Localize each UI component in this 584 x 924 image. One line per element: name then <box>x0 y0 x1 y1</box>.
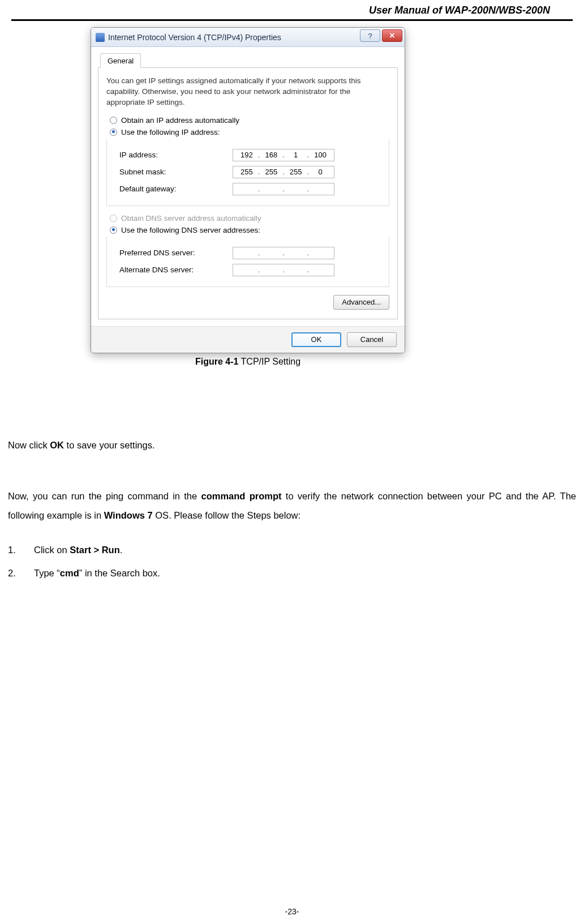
figure-text: TCP/IP Setting <box>238 357 300 366</box>
text: Now, you can run the ping command in the <box>8 491 201 501</box>
subnet-mask-label: Subnet mask: <box>119 168 233 176</box>
page-header-title: User Manual of WAP-200N/WBS-200N <box>369 5 550 16</box>
cancel-button[interactable]: Cancel <box>347 332 397 347</box>
radio-use-following-ip[interactable]: Use the following IP address: <box>110 128 389 136</box>
radio-icon <box>110 117 117 124</box>
bold-text: command prompt <box>201 491 282 501</box>
tab-content: You can get IP settings assigned automat… <box>98 68 398 319</box>
radio-use-following-dns[interactable]: Use the following DNS server addresses: <box>110 226 389 234</box>
text: Now click <box>8 440 50 450</box>
default-gateway-input[interactable]: . . . <box>233 183 334 195</box>
radio-label: Use the following IP address: <box>121 128 220 136</box>
ip-seg: 255 <box>238 168 255 176</box>
paragraph-ping: Now, you can run the ping command in the… <box>8 487 576 525</box>
header-rule <box>11 19 573 21</box>
bold-text: Windows 7 <box>104 510 153 520</box>
dialog-title: Internet Protocol Version 4 (TCP/IPv4) P… <box>108 33 281 42</box>
dialog-figure: Internet Protocol Version 4 (TCP/IPv4) P… <box>91 27 405 367</box>
step-number: 1. <box>8 545 34 555</box>
tab-strip: General <box>98 53 398 68</box>
step-1: 1. Click on Start > Run. <box>8 545 576 555</box>
default-gateway-label: Default gateway: <box>119 185 233 193</box>
ok-button[interactable]: OK <box>291 332 341 347</box>
radio-icon <box>110 226 117 234</box>
text: ” in the Search box. <box>79 568 160 578</box>
ip-seg: 255 <box>287 168 304 176</box>
ip-seg: 1 <box>287 151 304 159</box>
text: . <box>120 545 123 555</box>
alternate-dns-label: Alternate DNS server: <box>119 266 233 274</box>
dns-group: Preferred DNS server: . . . Alternate DN… <box>106 237 389 287</box>
description-text: You can get IP settings assigned automat… <box>106 76 389 108</box>
ip-seg: 100 <box>312 151 329 159</box>
figure-number: Figure 4-1 <box>195 357 238 366</box>
ip-address-label: IP address: <box>119 151 233 159</box>
radio-label: Obtain DNS server address automatically <box>121 214 261 223</box>
radio-label: Use the following DNS server addresses: <box>121 226 260 234</box>
preferred-dns-input[interactable]: . . . <box>233 247 334 259</box>
bold-text: OK <box>50 440 64 450</box>
ip-seg: 168 <box>263 151 280 159</box>
advanced-button[interactable]: Advanced... <box>333 295 389 310</box>
text: Click on <box>34 545 70 555</box>
steps-list: 1. Click on Start > Run. 2. Type “cmd” i… <box>8 545 576 591</box>
dialog-titlebar: Internet Protocol Version 4 (TCP/IPv4) P… <box>91 28 405 47</box>
step-number: 2. <box>8 568 34 579</box>
ip-seg: 0 <box>312 168 329 176</box>
preferred-dns-label: Preferred DNS server: <box>119 249 233 257</box>
radio-obtain-dns-auto: Obtain DNS server address automatically <box>110 214 389 223</box>
figure-caption: Figure 4-1 TCP/IP Setting <box>91 357 405 367</box>
network-icon <box>96 33 105 42</box>
bold-text: Start > Run <box>70 545 119 555</box>
radio-obtain-ip-auto[interactable]: Obtain an IP address automatically <box>110 116 389 125</box>
tcpip-properties-dialog: Internet Protocol Version 4 (TCP/IPv4) P… <box>91 27 405 353</box>
step-2: 2. Type “cmd” in the Search box. <box>8 568 576 579</box>
dialog-footer: OK Cancel <box>91 326 405 353</box>
tab-general[interactable]: General <box>100 53 141 68</box>
text: to save your settings. <box>64 440 155 450</box>
ip-seg: 192 <box>238 151 255 159</box>
alternate-dns-input[interactable]: . . . <box>233 264 334 276</box>
page-number: -23- <box>0 907 584 916</box>
radio-label: Obtain an IP address automatically <box>121 116 239 125</box>
radio-icon <box>110 129 117 136</box>
text: Type “ <box>34 568 60 578</box>
paragraph-click-ok: Now click OK to save your settings. <box>8 436 576 455</box>
ip-address-input[interactable]: 192. 168. 1. 100 <box>233 149 334 161</box>
text: OS. Please follow the Steps below: <box>153 510 300 520</box>
radio-icon <box>110 215 117 222</box>
subnet-mask-input[interactable]: 255. 255. 255. 0 <box>233 166 334 178</box>
close-button[interactable]: × <box>382 29 402 42</box>
bold-text: cmd <box>60 568 79 578</box>
help-button[interactable]: ? <box>360 29 380 42</box>
ip-seg: 255 <box>263 168 280 176</box>
ip-address-group: IP address: 192. 168. 1. 100 Subnet mask… <box>106 139 389 206</box>
